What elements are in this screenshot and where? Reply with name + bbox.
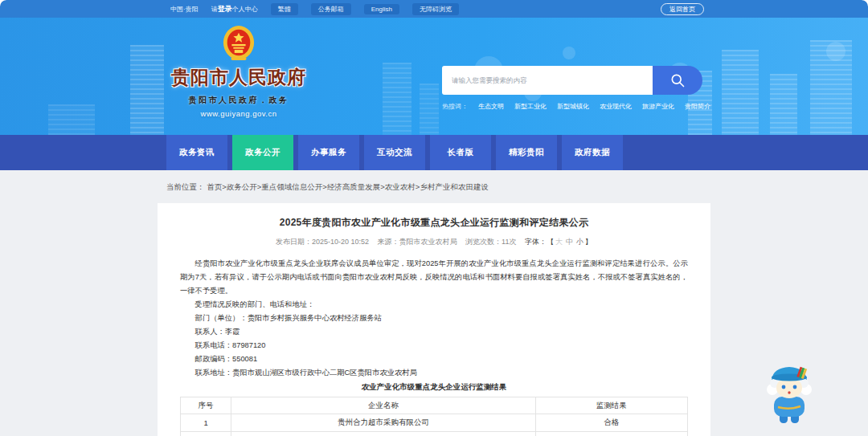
hot-search-row: 热搜词： 生态文明 新型工业化 新型城镇化 农业现代化 旅游产业化 贵阳简介	[442, 102, 702, 111]
city-silhouette	[130, 45, 164, 135]
results-table-caption: 农业产业化市级重点龙头企业运行监测结果	[180, 382, 688, 393]
paragraph-contact-phone: 联系电话：87987120	[180, 339, 688, 352]
city-silhouette	[383, 63, 411, 135]
site-url: www.guiyang.gov.cn	[162, 109, 315, 118]
bokeh-light	[563, 47, 575, 59]
font-size-control: 字体：【大中小】	[525, 238, 592, 246]
nav-item-zhengwu-gongkai[interactable]: 政务公开	[232, 135, 293, 170]
paragraph-department: 部门（单位）：贵阳市乡村振兴服务中心农村经济服务站	[180, 312, 688, 325]
table-header-row: 序号 企业名称 监测结果	[181, 397, 688, 414]
search-input[interactable]	[442, 66, 653, 95]
monitoring-results-table: 序号 企业名称 监测结果 1 贵州合力超市采购有限公司 合格 2 贵州友禾种业有…	[180, 397, 688, 436]
nav-item-zhengfu-shuju[interactable]: 政府数据	[562, 135, 623, 170]
cell-result: 合格	[535, 414, 687, 432]
publish-date: 发布日期：2025-10-20 10:52	[276, 238, 369, 246]
site-title: 贵阳市人民政府	[162, 65, 315, 90]
login-link[interactable]: 请登录个人中心	[211, 4, 258, 14]
table-row: 2 贵州友禾种业有限公司 合格	[181, 432, 688, 436]
hot-search-label: 热搜词：	[442, 102, 468, 111]
breadcrumb: 当前位置： 首页>政务公开>重点领域信息公开>经济高质量发展>农业农村>乡村产业…	[166, 182, 489, 193]
city-silhouette	[770, 74, 797, 135]
font-small-button[interactable]: 小	[576, 238, 583, 246]
font-medium-button[interactable]: 中	[566, 238, 573, 246]
back-home-button[interactable]: 返回首页	[661, 3, 704, 15]
view-count: 浏览次数：11次	[465, 238, 516, 246]
mascot-assistant[interactable]	[762, 361, 817, 427]
nav-item-hudong-jiaoliu[interactable]: 互动交流	[364, 135, 425, 170]
header-company: 企业名称	[231, 397, 536, 414]
paragraph-contact-person: 联系人：李霞	[180, 325, 688, 339]
city-silhouette	[420, 84, 439, 135]
national-emblem-icon	[222, 24, 256, 63]
city-silhouette	[722, 50, 759, 135]
hot-search-link[interactable]: 新型城镇化	[557, 102, 589, 111]
header-serial: 序号	[181, 397, 231, 414]
hot-search-link[interactable]: 旅游产业化	[642, 102, 674, 111]
cell-company: 贵州合力超市采购有限公司	[231, 414, 536, 432]
nav-item-banshi-fuwu[interactable]: 办事服务	[298, 135, 359, 170]
official-mail-link[interactable]: 公务邮箱	[311, 3, 351, 15]
cell-serial: 2	[181, 432, 231, 436]
breadcrumb-label: 当前位置：	[166, 182, 205, 191]
cell-serial: 1	[181, 414, 231, 432]
top-utility-bar: 中国·贵阳 请登录个人中心 繁體 公务邮箱 English 无障碍浏览 返回首页	[0, 0, 868, 18]
article-meta: 发布日期：2025-10-20 10:52 来源：贵阳市农业农村局 浏览次数：1…	[180, 237, 688, 247]
hot-search-link[interactable]: 生态文明	[478, 102, 504, 111]
paragraph: 受理情况反映的部门、电话和地址：	[180, 298, 688, 312]
search-area: 热搜词： 生态文明 新型工业化 新型城镇化 农业现代化 旅游产业化 贵阳简介	[442, 66, 702, 111]
breadcrumb-trail[interactable]: 首页>政务公开>重点领域信息公开>经济高质量发展>农业农村>乡村产业和农田建设	[207, 182, 489, 191]
main-nav: 政务资讯 政务公开 办事服务 互动交流 长者版 精彩贵阳 政府数据	[0, 135, 868, 170]
city-silhouette	[48, 104, 95, 135]
article-body: 经贵阳市农业产业化市级重点龙头企业联席会议成员单位审定，现对2025年开展的农业…	[180, 257, 688, 380]
article-source: 来源：贵阳市农业农村局	[378, 238, 457, 246]
english-link[interactable]: English	[364, 4, 399, 14]
site-header-banner: 贵阳市人民政府 贵阳市人民政府．政务 www.guiyang.gov.cn 热搜…	[0, 18, 868, 135]
table-row: 1 贵州合力超市采购有限公司 合格	[181, 414, 688, 432]
topbar-links: 中国·贵阳 请登录个人中心 繁體 公务邮箱 English 无障碍浏览	[170, 3, 459, 15]
nav-item-jingcai-guiyang[interactable]: 精彩贵阳	[496, 135, 557, 170]
bokeh-light	[826, 42, 845, 61]
paragraph-postal-code: 邮政编码：550081	[180, 352, 688, 366]
region-link[interactable]: 中国·贵阳	[170, 5, 199, 14]
search-icon	[669, 72, 686, 88]
cell-company: 贵州友禾种业有限公司	[231, 432, 536, 436]
hot-search-link[interactable]: 贵阳简介	[685, 102, 710, 111]
nav-item-zhengwu-zixun[interactable]: 政务资讯	[166, 135, 227, 170]
mascot-icon	[762, 361, 817, 427]
cell-result: 合格	[535, 432, 687, 436]
font-large-button[interactable]: 大	[555, 238, 563, 246]
hot-search-link[interactable]: 农业现代化	[600, 102, 632, 111]
paragraph-contact-address: 联系地址：贵阳市观山湖区市级行政中心二期C区贵阳市农业农村局	[180, 366, 688, 380]
page: 中国·贵阳 请登录个人中心 繁體 公务邮箱 English 无障碍浏览 返回首页	[0, 0, 868, 436]
hot-search-link[interactable]: 新型工业化	[514, 102, 547, 111]
accessibility-link[interactable]: 无障碍浏览	[412, 3, 459, 15]
article-title: 2025年度贵阳市农业产业化市级重点龙头企业运行监测和评定结果公示	[180, 216, 688, 230]
site-logo[interactable]: 贵阳市人民政府 贵阳市人民政府．政务 www.guiyang.gov.cn	[162, 24, 315, 118]
header-result: 监测结果	[535, 397, 687, 414]
nav-item-zhangzheban[interactable]: 长者版	[430, 135, 491, 170]
article-card: 2025年度贵阳市农业产业化市级重点龙头企业运行监测和评定结果公示 发布日期：2…	[158, 203, 710, 436]
site-subtitle: 贵阳市人民政府．政务	[162, 95, 315, 106]
traditional-chinese-link[interactable]: 繁體	[271, 3, 298, 15]
search-button[interactable]	[653, 66, 702, 95]
paragraph: 经贵阳市农业产业化市级重点龙头企业联席会议成员单位审定，现对2025年开展的农业…	[180, 257, 688, 298]
